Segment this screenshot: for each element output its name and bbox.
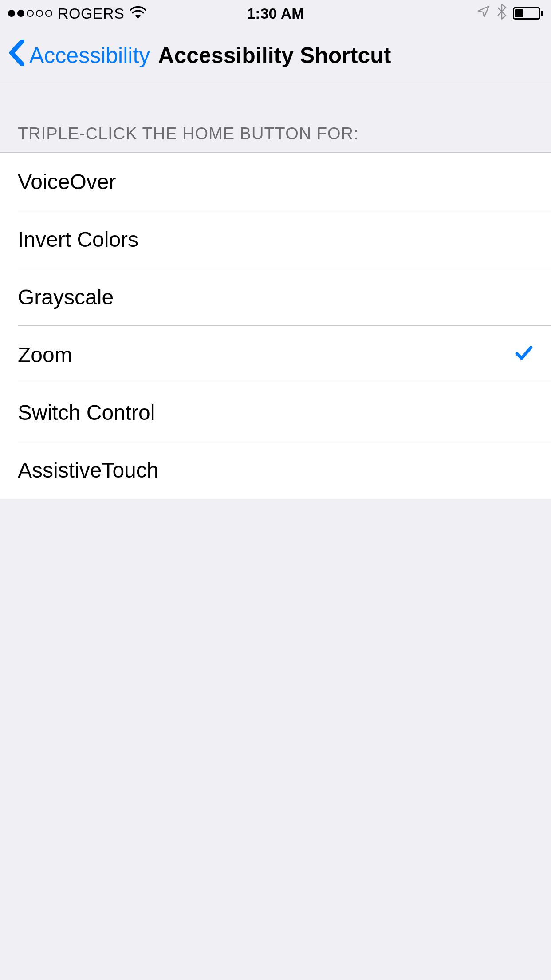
carrier-label: ROGERS: [58, 5, 124, 22]
content: TRIPLE-CLICK THE HOME BUTTON FOR: VoiceO…: [0, 84, 551, 499]
status-bar: ROGERS 1:30 AM: [0, 0, 551, 27]
back-label: Accessibility: [29, 43, 150, 68]
status-right: [476, 4, 543, 23]
option-zoom[interactable]: Zoom: [0, 326, 551, 383]
nav-bar: Accessibility Accessibility Shortcut: [0, 27, 551, 84]
option-label: Switch Control: [18, 400, 155, 425]
chevron-left-icon: [9, 40, 25, 71]
option-grayscale[interactable]: Grayscale: [0, 268, 551, 326]
location-icon: [476, 4, 491, 22]
wifi-icon: [130, 5, 146, 22]
option-label: Grayscale: [18, 285, 114, 309]
page-title: Accessibility Shortcut: [158, 43, 391, 68]
status-left: ROGERS: [8, 5, 146, 22]
option-voiceover[interactable]: VoiceOver: [0, 153, 551, 210]
status-time: 1:30 AM: [247, 5, 304, 22]
back-button[interactable]: Accessibility: [9, 40, 150, 71]
battery-icon: [513, 7, 543, 20]
option-switch-control[interactable]: Switch Control: [0, 383, 551, 441]
option-label: AssistiveTouch: [18, 458, 158, 482]
option-label: VoiceOver: [18, 170, 116, 194]
option-invert-colors[interactable]: Invert Colors: [0, 210, 551, 268]
bluetooth-icon: [497, 4, 507, 23]
signal-strength-icon: [8, 10, 52, 17]
options-list: VoiceOver Invert Colors Grayscale Zoom: [0, 152, 551, 499]
option-label: Invert Colors: [18, 227, 138, 252]
section-header: TRIPLE-CLICK THE HOME BUTTON FOR:: [0, 84, 551, 152]
option-assistivetouch[interactable]: AssistiveTouch: [0, 441, 551, 499]
option-label: Zoom: [18, 343, 72, 367]
checkmark-icon: [515, 343, 533, 367]
